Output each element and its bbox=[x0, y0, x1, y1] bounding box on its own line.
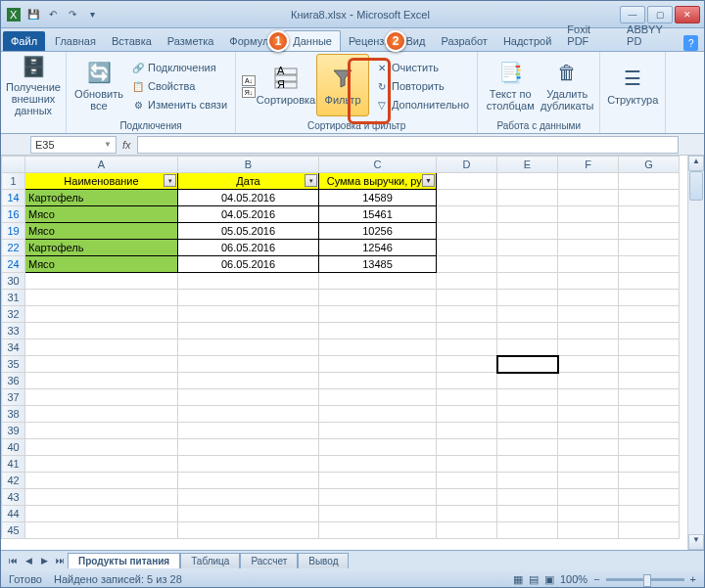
cell[interactable] bbox=[437, 456, 497, 473]
zoom-in-icon[interactable]: + bbox=[690, 573, 696, 585]
cell[interactable] bbox=[497, 356, 558, 373]
cell[interactable] bbox=[319, 373, 437, 389]
remove-duplicates-button[interactable]: 🗑 Удалить дубликаты bbox=[540, 54, 593, 116]
cell[interactable] bbox=[437, 522, 497, 539]
cell[interactable] bbox=[178, 423, 319, 439]
worksheet-grid[interactable]: A B C D E F G 1 Наименование▾ Дата▾ Сумм… bbox=[1, 156, 680, 539]
cell[interactable] bbox=[619, 356, 680, 373]
zoom-level[interactable]: 100% bbox=[560, 573, 588, 585]
row-header[interactable]: 19 bbox=[2, 223, 25, 240]
scroll-up-icon[interactable]: ▲ bbox=[688, 156, 704, 171]
cell[interactable] bbox=[497, 339, 558, 356]
cell[interactable] bbox=[25, 423, 178, 439]
cell[interactable] bbox=[497, 173, 558, 190]
cell[interactable] bbox=[178, 489, 319, 506]
cell[interactable] bbox=[178, 373, 319, 389]
cell[interactable]: Мясо bbox=[25, 206, 178, 223]
cell[interactable] bbox=[619, 489, 680, 506]
edit-links-button[interactable]: ⚙Изменить связи bbox=[129, 96, 229, 113]
tab-file[interactable]: Файл bbox=[3, 31, 45, 51]
cell[interactable] bbox=[437, 190, 497, 206]
redo-icon[interactable]: ↷ bbox=[64, 6, 81, 23]
cell[interactable] bbox=[619, 173, 680, 190]
cell[interactable] bbox=[619, 339, 680, 356]
row-header[interactable]: 44 bbox=[2, 506, 25, 522]
properties-button[interactable]: 📋Свойства bbox=[129, 77, 229, 95]
cell[interactable] bbox=[558, 190, 619, 206]
cell[interactable] bbox=[178, 456, 319, 473]
row-header[interactable]: 24 bbox=[2, 256, 25, 273]
filter-dropdown-icon[interactable]: ▾ bbox=[164, 174, 176, 187]
cell[interactable] bbox=[619, 522, 680, 539]
cell[interactable] bbox=[558, 439, 619, 456]
sort-az-icon[interactable]: A↓ bbox=[242, 75, 256, 86]
namebox-dropdown-icon[interactable]: ▼ bbox=[104, 140, 112, 149]
cell[interactable] bbox=[319, 306, 437, 323]
row-header[interactable]: 16 bbox=[2, 206, 25, 223]
get-external-data-button[interactable]: 🗄️ Получение внешних данных bbox=[7, 54, 60, 116]
cell[interactable] bbox=[619, 373, 680, 389]
cell[interactable]: 04.05.2016 bbox=[178, 190, 319, 206]
cell[interactable] bbox=[497, 273, 558, 290]
cell[interactable] bbox=[619, 456, 680, 473]
row-header[interactable]: 14 bbox=[2, 190, 25, 206]
cell[interactable]: 10256 bbox=[319, 223, 437, 240]
cell[interactable] bbox=[25, 506, 178, 522]
cell[interactable]: 05.05.2016 bbox=[178, 223, 319, 240]
cell[interactable] bbox=[437, 306, 497, 323]
cell[interactable] bbox=[558, 290, 619, 306]
prev-sheet-icon[interactable]: ◀ bbox=[21, 553, 36, 568]
cell[interactable] bbox=[25, 323, 178, 339]
cell[interactable] bbox=[178, 306, 319, 323]
column-header[interactable]: E bbox=[497, 157, 558, 173]
cell[interactable] bbox=[25, 406, 178, 423]
table-header-cell[interactable]: Дата▾ bbox=[178, 173, 319, 190]
tab-data[interactable]: Данные bbox=[284, 30, 341, 51]
cell[interactable] bbox=[25, 373, 178, 389]
sort-za-icon[interactable]: Я↓ bbox=[242, 87, 256, 98]
cell[interactable] bbox=[437, 473, 497, 489]
cell[interactable]: Картофель bbox=[25, 190, 178, 206]
cell[interactable] bbox=[558, 206, 619, 223]
cell[interactable] bbox=[497, 522, 558, 539]
cell[interactable] bbox=[497, 240, 558, 256]
cell[interactable] bbox=[558, 356, 619, 373]
cell[interactable] bbox=[178, 406, 319, 423]
cell[interactable] bbox=[437, 223, 497, 240]
cell[interactable] bbox=[178, 356, 319, 373]
cell[interactable] bbox=[558, 506, 619, 522]
cell[interactable] bbox=[497, 206, 558, 223]
cell[interactable] bbox=[619, 306, 680, 323]
view-break-icon[interactable]: ▣ bbox=[544, 573, 554, 586]
row-header[interactable]: 42 bbox=[2, 473, 25, 489]
cell[interactable]: 13485 bbox=[319, 256, 437, 273]
cell[interactable] bbox=[178, 273, 319, 290]
vertical-scrollbar[interactable]: ▲ ▼ bbox=[687, 156, 704, 550]
cell[interactable] bbox=[178, 339, 319, 356]
cell[interactable] bbox=[319, 522, 437, 539]
column-header[interactable]: G bbox=[619, 157, 680, 173]
cell[interactable] bbox=[619, 389, 680, 406]
cell[interactable] bbox=[437, 290, 497, 306]
cell[interactable] bbox=[619, 206, 680, 223]
name-box[interactable]: E35▼ bbox=[30, 136, 117, 154]
cell[interactable] bbox=[319, 473, 437, 489]
save-icon[interactable]: 💾 bbox=[24, 6, 42, 23]
cell[interactable] bbox=[25, 290, 178, 306]
cell[interactable] bbox=[437, 389, 497, 406]
table-header-cell[interactable]: Наименование▾ bbox=[25, 173, 178, 190]
cell[interactable] bbox=[619, 473, 680, 489]
view-normal-icon[interactable]: ▦ bbox=[513, 573, 523, 586]
cell[interactable] bbox=[619, 323, 680, 339]
column-header[interactable]: D bbox=[437, 157, 497, 173]
zoom-slider[interactable] bbox=[606, 578, 684, 581]
cell[interactable] bbox=[558, 240, 619, 256]
tab-insert[interactable]: Вставка bbox=[104, 31, 160, 51]
scroll-down-icon[interactable]: ▼ bbox=[688, 534, 704, 550]
cell[interactable] bbox=[497, 190, 558, 206]
cell[interactable] bbox=[619, 190, 680, 206]
cell[interactable] bbox=[437, 373, 497, 389]
cell[interactable]: 14589 bbox=[319, 190, 437, 206]
cell[interactable] bbox=[437, 206, 497, 223]
outline-button[interactable]: ☰ Структура bbox=[606, 54, 659, 116]
